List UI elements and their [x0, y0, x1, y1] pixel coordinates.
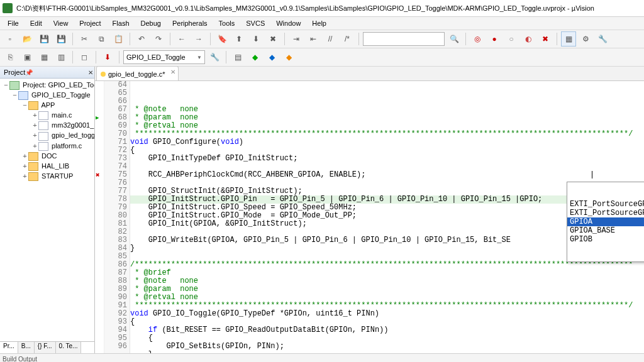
save-icon[interactable]: 💾 — [36, 31, 52, 47]
outdent-icon[interactable]: ⇤ — [306, 31, 321, 47]
open-icon[interactable]: 📂 — [19, 31, 35, 47]
build-icon[interactable]: ▣ — [19, 50, 35, 65]
disable-bp-icon[interactable]: ◐ — [521, 31, 536, 47]
editor: gpio_led_toggle.c* ✕ ▶✖ 6465666768697071… — [95, 67, 644, 353]
project-bottom-tab[interactable]: {} F... — [35, 342, 56, 353]
code-text[interactable]: * @note none * @param none * @retval non… — [130, 81, 644, 353]
pkg-blue-icon[interactable]: ◆ — [264, 50, 279, 65]
tree-folder-doc[interactable]: + DOC — [1, 151, 93, 161]
wrench-icon[interactable]: 🔧 — [595, 31, 610, 47]
file-tab-label: gpio_led_toggle.c* — [108, 70, 165, 78]
project-bottom-tab[interactable]: B... — [18, 342, 35, 353]
manage-icon[interactable]: ▤ — [230, 50, 245, 65]
project-pane-header: Project 📌 ✕ — [0, 67, 94, 79]
intellisense-item[interactable]: GPIOA — [567, 217, 644, 226]
indent-icon[interactable]: ⇥ — [289, 31, 304, 47]
marker-gutter: ▶✖ — [95, 81, 104, 353]
menu-window[interactable]: Window — [271, 18, 306, 28]
menubar: FileEditViewProjectFlashDebugPeripherals… — [0, 17, 644, 30]
debug-icon[interactable]: ◎ — [470, 31, 485, 47]
titlebar: C:\D\资料\FTHR-G0001\LibSamples_MM32G0001_… — [0, 0, 644, 17]
menu-flash[interactable]: Flash — [108, 18, 135, 28]
bookmark-prev-icon[interactable]: ⬆ — [231, 31, 247, 47]
bookmark-clear-icon[interactable]: ✖ — [265, 31, 280, 47]
target-select-value: GPIO_LED_Toggle — [126, 53, 186, 61]
find-icon[interactable]: 🔍 — [447, 31, 462, 47]
tree-file[interactable]: + main.c — [1, 110, 93, 120]
menu-debug[interactable]: Debug — [136, 18, 166, 28]
new-icon[interactable]: ▫ — [3, 31, 18, 47]
rebuild-icon[interactable]: ▦ — [36, 50, 52, 65]
pkg-orange-icon[interactable]: ◆ — [281, 50, 296, 65]
pkg-green-icon[interactable]: ◆ — [247, 50, 262, 65]
project-bottom-tab[interactable]: 0. Te... — [56, 342, 82, 353]
config-icon[interactable]: ⚙ — [578, 31, 593, 47]
tree-folder-app[interactable]: − APP — [1, 100, 93, 110]
tree-target[interactable]: − GPIO_LED_Toggle — [1, 90, 93, 100]
options-icon[interactable]: 🔧 — [207, 50, 222, 65]
batch-build-icon[interactable]: ▥ — [53, 50, 69, 65]
project-bottom-tabs: Pr...B...{} F...0. Te... — [0, 341, 94, 353]
intellisense-item[interactable]: GPIOB — [567, 235, 644, 244]
menu-tools[interactable]: Tools — [214, 18, 240, 28]
close-tab-icon[interactable]: ✕ — [170, 69, 175, 75]
find-combo[interactable] — [363, 32, 445, 46]
cut-icon[interactable]: ✂ — [77, 31, 92, 47]
target-select[interactable]: GPIO_LED_Toggle ▼ — [123, 50, 205, 64]
project-bottom-tab[interactable]: Pr... — [0, 342, 18, 353]
comment-icon[interactable]: // — [323, 31, 338, 47]
menu-view[interactable]: View — [48, 18, 74, 28]
project-tree[interactable]: − Project: GPIO_LED_Toggle− GPIO_LED_Tog… — [0, 79, 94, 341]
status-text: Build Output — [3, 356, 37, 363]
menu-file[interactable]: File — [3, 18, 24, 28]
tree-folder-hal_lib[interactable]: + HAL_LIB — [1, 161, 93, 171]
paste-icon[interactable]: 📋 — [111, 31, 126, 47]
file-tab[interactable]: gpio_led_toggle.c* ✕ — [96, 66, 179, 80]
menu-edit[interactable]: Edit — [25, 18, 47, 28]
forward-icon[interactable]: → — [191, 31, 206, 47]
menu-svcs[interactable]: SVCS — [241, 18, 270, 28]
toolbar-build: ⎘ ▣ ▦ ▥ ◻ ⬇ GPIO_LED_Toggle ▼ 🔧 ▤ ◆ ◆ ◆ — [0, 48, 644, 67]
kill-bp-icon[interactable]: ✖ — [538, 31, 553, 47]
line-number-gutter: 6465666768697071727374757677787980818283… — [104, 81, 130, 353]
intellisense-item[interactable]: GPIOA_BASE — [567, 226, 644, 235]
app-icon — [3, 3, 13, 13]
tree-project-root[interactable]: − Project: GPIO_LED_Toggle — [1, 80, 93, 90]
close-icon[interactable]: ✕ — [88, 69, 93, 76]
project-pane: Project 📌 ✕ − Project: GPIO_LED_Toggle− … — [0, 67, 95, 353]
bookmark-next-icon[interactable]: ⬇ — [248, 31, 264, 47]
window-icon[interactable]: ▦ — [561, 31, 576, 47]
back-icon[interactable]: ← — [174, 31, 189, 47]
tree-file[interactable]: + mm32g0001_it.c — [1, 120, 93, 130]
save-all-icon[interactable]: 💾 — [53, 31, 69, 47]
redo-icon[interactable]: ↷ — [151, 31, 166, 47]
modified-dot-icon — [101, 72, 106, 77]
intellisense-item[interactable]: EXTI_PortSourceGPIOB — [567, 209, 644, 217]
translate-icon[interactable]: ⎘ — [3, 50, 18, 65]
tree-folder-startup[interactable]: + STARTUP — [1, 171, 93, 181]
tree-file[interactable]: + platform.c — [1, 141, 93, 151]
intellisense-item[interactable]: EXTI_PortSourceGPIOA — [567, 200, 644, 209]
title-path: C:\D\资料\FTHR-G0001\LibSamples_MM32G0001_… — [16, 4, 594, 13]
menu-peripherals[interactable]: Peripherals — [167, 18, 213, 28]
tree-file[interactable]: + gpio_led_toggle. — [1, 130, 93, 140]
project-pane-title: Project — [4, 69, 25, 76]
intellisense-popup[interactable]: EXTI_PortSourceGPIOAEXTI_PortSourceGPIOB… — [567, 182, 644, 262]
uncomment-icon[interactable]: /* — [340, 31, 355, 47]
menu-help[interactable]: Help — [307, 18, 331, 28]
code-area[interactable]: ▶✖ 6465666768697071727374757677787980818… — [95, 81, 644, 353]
chevron-down-icon: ▼ — [197, 55, 202, 60]
stop-build-icon[interactable]: ◻ — [77, 50, 92, 65]
bookmark-icon[interactable]: 🔖 — [214, 31, 230, 47]
insert-bp-icon[interactable]: ● — [487, 31, 502, 47]
copy-icon[interactable]: ⧉ — [94, 31, 109, 47]
file-tab-strip: gpio_led_toggle.c* ✕ — [95, 67, 644, 81]
status-bar: Build Output — [0, 353, 644, 362]
pin-icon[interactable]: 📌 — [25, 69, 33, 76]
enable-bp-icon[interactable]: ○ — [504, 31, 519, 47]
download-icon[interactable]: ⬇ — [100, 50, 115, 65]
undo-icon[interactable]: ↶ — [134, 31, 149, 47]
menu-project[interactable]: Project — [74, 18, 106, 28]
toolbar-main: ▫ 📂 💾 💾 ✂ ⧉ 📋 ↶ ↷ ← → 🔖 ⬆ ⬇ ✖ ⇥ ⇤ // /* … — [0, 30, 644, 48]
